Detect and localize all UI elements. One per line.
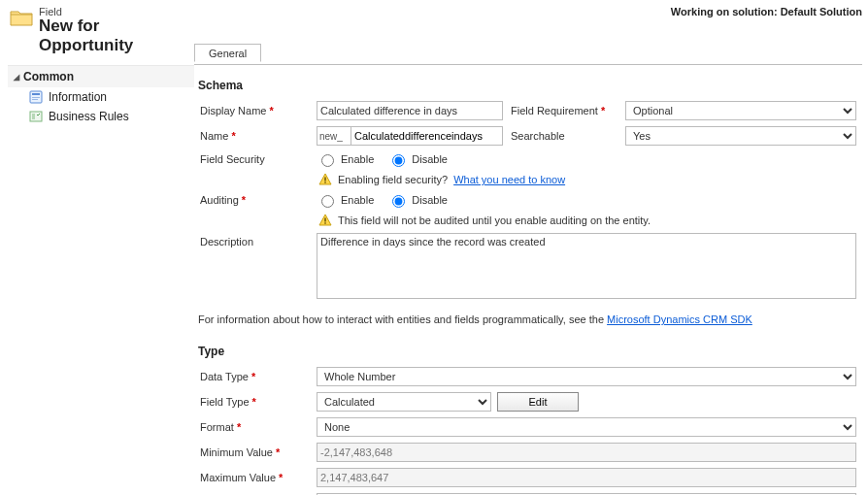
nav-item-label: Information bbox=[49, 90, 107, 104]
section-heading-schema: Schema bbox=[196, 65, 860, 98]
svg-rect-8 bbox=[324, 222, 325, 223]
entity-header: Field New for Opportunity bbox=[0, 0, 194, 61]
field-security-warning-text: Enabling field security? bbox=[338, 174, 448, 185]
page-title: New for Opportunity bbox=[39, 16, 190, 55]
min-value-input bbox=[317, 443, 856, 462]
field-security-disable-radio[interactable] bbox=[392, 154, 405, 167]
auditing-enable[interactable]: Enable bbox=[317, 192, 374, 208]
field-security-enable-radio[interactable] bbox=[321, 154, 334, 167]
svg-rect-3 bbox=[32, 99, 38, 100]
label-field-requirement: Field Requirement bbox=[511, 105, 605, 116]
radio-label-disable: Disable bbox=[412, 194, 448, 206]
radio-label-disable: Disable bbox=[412, 153, 448, 165]
name-prefix-input[interactable] bbox=[317, 126, 351, 146]
label-field-security: Field Security bbox=[200, 153, 265, 165]
field-security-disable[interactable]: Disable bbox=[387, 151, 448, 167]
label-description: Description bbox=[200, 236, 253, 248]
label-format: Format bbox=[200, 421, 241, 433]
svg-rect-5 bbox=[324, 178, 325, 182]
field-type-select[interactable]: Calculated bbox=[317, 392, 491, 412]
searchable-select[interactable]: Yes bbox=[625, 126, 856, 146]
svg-rect-4 bbox=[30, 112, 42, 121]
label-searchable: Searchable bbox=[511, 130, 565, 142]
solution-indicator: Working on solution: Default Solution bbox=[671, 6, 862, 17]
name-input[interactable] bbox=[351, 126, 503, 146]
sdk-link[interactable]: Microsoft Dynamics CRM SDK bbox=[607, 314, 752, 325]
left-column: Field New for Opportunity Common Informa… bbox=[0, 0, 194, 495]
section-heading-type: Type bbox=[196, 331, 860, 364]
svg-rect-6 bbox=[324, 182, 325, 182]
svg-rect-1 bbox=[32, 93, 40, 95]
auditing-enable-radio[interactable] bbox=[321, 195, 334, 208]
nav-item-information[interactable]: Information bbox=[8, 87, 194, 107]
max-value-input bbox=[317, 468, 856, 487]
radio-label-enable: Enable bbox=[341, 153, 374, 165]
label-max-value: Maximum Value bbox=[200, 472, 283, 483]
auditing-warning-text: This field will not be audited until you… bbox=[338, 214, 651, 226]
folder-icon bbox=[10, 8, 33, 27]
radio-label-enable: Enable bbox=[341, 194, 374, 206]
nav-section-common[interactable]: Common bbox=[8, 65, 194, 87]
field-security-enable[interactable]: Enable bbox=[317, 151, 374, 167]
nav-item-business-rules[interactable]: Business Rules bbox=[8, 107, 194, 126]
label-name: Name bbox=[200, 130, 236, 142]
label-min-value: Minimum Value bbox=[200, 446, 280, 458]
description-textarea[interactable] bbox=[317, 233, 856, 299]
format-select[interactable]: None bbox=[317, 417, 856, 437]
warning-icon bbox=[318, 214, 332, 227]
display-name-input[interactable] bbox=[317, 101, 503, 120]
edit-button[interactable]: Edit bbox=[497, 392, 579, 412]
name-input-group bbox=[317, 126, 503, 146]
field-requirement-select[interactable]: Optional bbox=[625, 101, 856, 120]
right-column: Working on solution: Default Solution Ge… bbox=[194, 0, 868, 495]
tab-general[interactable]: General bbox=[194, 44, 261, 62]
auditing-disable[interactable]: Disable bbox=[387, 192, 448, 208]
label-field-type: Field Type bbox=[200, 396, 256, 408]
svg-rect-2 bbox=[32, 97, 40, 98]
label-auditing: Auditing bbox=[200, 194, 246, 206]
label-display-name: Display Name bbox=[200, 105, 274, 116]
tab-strip: General bbox=[194, 43, 862, 65]
svg-rect-7 bbox=[324, 218, 325, 222]
nav-item-label: Business Rules bbox=[49, 110, 129, 123]
rules-icon bbox=[29, 110, 43, 123]
sdk-hint-text: For information about how to interact wi… bbox=[198, 314, 607, 325]
data-type-select[interactable]: Whole Number bbox=[317, 367, 856, 386]
form-icon bbox=[29, 90, 43, 104]
warning-icon bbox=[318, 173, 332, 186]
label-data-type: Data Type bbox=[200, 371, 255, 382]
field-security-warning-link[interactable]: What you need to know bbox=[453, 174, 565, 185]
sdk-hint: For information about how to interact wi… bbox=[196, 304, 860, 331]
auditing-disable-radio[interactable] bbox=[392, 195, 405, 208]
